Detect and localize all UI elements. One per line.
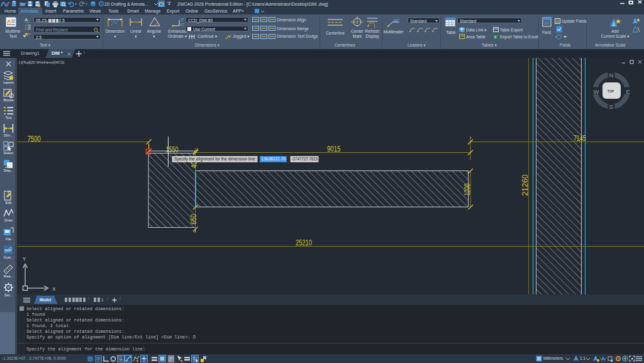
svg-text:E: E: [626, 88, 630, 95]
svg-text:[-][Top][2D Wireframe][WCS]: [-][Top][2D Wireframe][WCS]: [19, 60, 64, 64]
svg-text:X: X: [52, 286, 56, 292]
svg-text:S: S: [609, 103, 613, 110]
svg-text:X: X: [494, 35, 497, 39]
svg-text:650: 650: [189, 214, 198, 225]
svg-text:Specify the alignment for the: Specify the alignment for the dimension …: [174, 157, 256, 162]
svg-text:1550: 1550: [166, 145, 179, 154]
svg-text:-3747727.7623: -3747727.7623: [292, 157, 318, 161]
svg-text:21260: 21260: [521, 174, 530, 196]
svg-text:17: 17: [180, 23, 184, 26]
svg-text:13628222.76: 13628222.76: [261, 157, 286, 161]
svg-text:7500: 7500: [27, 134, 41, 143]
svg-text:PGP: PGP: [4, 249, 12, 252]
svg-text:25210: 25210: [296, 238, 312, 247]
svg-text:7145: 7145: [574, 133, 586, 143]
svg-text:Y: Y: [23, 256, 26, 262]
svg-text:9015: 9015: [327, 144, 341, 154]
svg-text:1200: 1200: [462, 184, 472, 196]
svg-text:A: A: [25, 17, 28, 23]
svg-text:W: W: [594, 88, 599, 95]
svg-text:N: N: [609, 72, 614, 79]
svg-text:A: A: [7, 18, 11, 25]
svg-text:TOP: TOP: [608, 89, 614, 93]
